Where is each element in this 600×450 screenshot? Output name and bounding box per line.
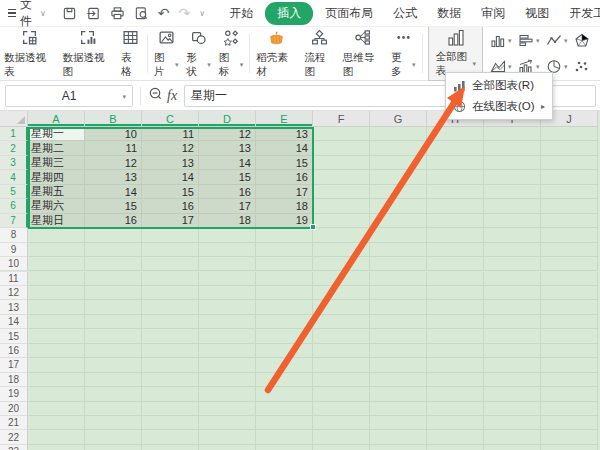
cell-A9[interactable] (28, 243, 85, 257)
row-header-22[interactable]: 22 (0, 430, 28, 444)
cell-E16[interactable] (256, 344, 313, 358)
cell-H14[interactable] (427, 315, 484, 329)
cell-C14[interactable] (142, 315, 199, 329)
cell-E21[interactable] (256, 416, 313, 430)
cell-F6[interactable] (313, 199, 370, 213)
cell-H5[interactable] (427, 185, 484, 199)
cell-B8[interactable] (85, 228, 142, 242)
column-header-C[interactable]: C (142, 111, 199, 127)
row-header-8[interactable]: 8 (0, 228, 28, 242)
cell-E15[interactable] (256, 329, 313, 343)
cell-H13[interactable] (427, 300, 484, 314)
cell-B11[interactable] (85, 272, 142, 286)
cell-D21[interactable] (199, 416, 256, 430)
cell-B3[interactable]: 12 (85, 156, 142, 170)
cell-J16[interactable] (541, 344, 598, 358)
cell-A1[interactable]: 星期一 (28, 127, 85, 141)
cell-I4[interactable] (484, 170, 541, 184)
cell-G8[interactable] (370, 228, 427, 242)
cell-G22[interactable] (370, 430, 427, 444)
cell-A21[interactable] (28, 416, 85, 430)
row-header-23[interactable]: 23 (0, 445, 28, 450)
radar-chart-button[interactable] (572, 29, 600, 52)
cell-E1[interactable]: 13 (256, 127, 313, 141)
cell-D16[interactable] (199, 344, 256, 358)
cell-I3[interactable] (484, 156, 541, 170)
cell-B10[interactable] (85, 257, 142, 271)
tab-page-layout[interactable]: 页面布局 (315, 2, 383, 25)
cell-A14[interactable] (28, 315, 85, 329)
tab-view[interactable]: 视图 (515, 2, 559, 25)
more-button[interactable]: 更多▾ (387, 29, 419, 79)
cell-F21[interactable] (313, 416, 370, 430)
undo-icon[interactable]: ↶ (158, 6, 170, 20)
cell-J2[interactable] (541, 141, 598, 155)
cell-E8[interactable] (256, 228, 313, 242)
row-header-19[interactable]: 19 (0, 387, 28, 401)
cell-B5[interactable]: 14 (85, 185, 142, 199)
row-header-20[interactable]: 20 (0, 402, 28, 416)
cell-B14[interactable] (85, 315, 142, 329)
cell-D11[interactable] (199, 272, 256, 286)
cell-F4[interactable] (313, 170, 370, 184)
cell-F20[interactable] (313, 402, 370, 416)
tab-insert[interactable]: 插入 (265, 2, 313, 25)
cell-B9[interactable] (85, 243, 142, 257)
cell-I20[interactable] (484, 402, 541, 416)
cell-C1[interactable]: 11 (142, 127, 199, 141)
name-box[interactable]: A1 ▾ (5, 85, 133, 107)
cell-I9[interactable] (484, 243, 541, 257)
cell-I21[interactable] (484, 416, 541, 430)
cell-G9[interactable] (370, 243, 427, 257)
cell-E17[interactable] (256, 358, 313, 372)
row-header-2[interactable]: 2 (0, 141, 28, 155)
cell-J19[interactable] (541, 387, 598, 401)
cell-I13[interactable] (484, 300, 541, 314)
cell-I12[interactable] (484, 286, 541, 300)
cell-E9[interactable] (256, 243, 313, 257)
redo-icon[interactable]: ↷ (179, 6, 191, 20)
cell-G11[interactable] (370, 272, 427, 286)
cell-F23[interactable] (313, 445, 370, 450)
cell-G19[interactable] (370, 387, 427, 401)
row-header-12[interactable]: 12 (0, 286, 28, 300)
cell-J20[interactable] (541, 402, 598, 416)
cell-E14[interactable] (256, 315, 313, 329)
cell-I1[interactable] (484, 127, 541, 141)
row-header-16[interactable]: 16 (0, 344, 28, 358)
cell-I8[interactable] (484, 228, 541, 242)
cell-J4[interactable] (541, 170, 598, 184)
cell-H20[interactable] (427, 402, 484, 416)
cell-B15[interactable] (85, 329, 142, 343)
cell-H12[interactable] (427, 286, 484, 300)
cell-J14[interactable] (541, 315, 598, 329)
line-chart-button[interactable]: ▾ (544, 29, 572, 52)
cell-E7[interactable]: 19 (256, 214, 313, 228)
cell-G20[interactable] (370, 402, 427, 416)
tab-formulas[interactable]: 公式 (383, 2, 427, 25)
shapes-button[interactable]: 形状▾ (182, 29, 214, 79)
icons-button[interactable]: 图标▾ (215, 29, 247, 79)
row-header-13[interactable]: 13 (0, 300, 28, 314)
cell-C16[interactable] (142, 344, 199, 358)
cell-I5[interactable] (484, 185, 541, 199)
cell-F12[interactable] (313, 286, 370, 300)
cell-F8[interactable] (313, 228, 370, 242)
cell-E12[interactable] (256, 286, 313, 300)
cell-D6[interactable]: 17 (199, 199, 256, 213)
cell-I7[interactable] (484, 214, 541, 228)
cell-I6[interactable] (484, 199, 541, 213)
cell-F3[interactable] (313, 156, 370, 170)
cell-I16[interactable] (484, 344, 541, 358)
scatter-chart-button[interactable] (572, 55, 600, 78)
cell-I2[interactable] (484, 141, 541, 155)
row-header-4[interactable]: 4 (0, 170, 28, 184)
cell-D14[interactable] (199, 315, 256, 329)
cell-C12[interactable] (142, 286, 199, 300)
tab-review[interactable]: 审阅 (471, 2, 515, 25)
cell-J3[interactable] (541, 156, 598, 170)
cell-B13[interactable] (85, 300, 142, 314)
row-header-7[interactable]: 7 (0, 214, 28, 228)
cell-E10[interactable] (256, 257, 313, 271)
table-button[interactable]: 表格 (117, 29, 145, 79)
